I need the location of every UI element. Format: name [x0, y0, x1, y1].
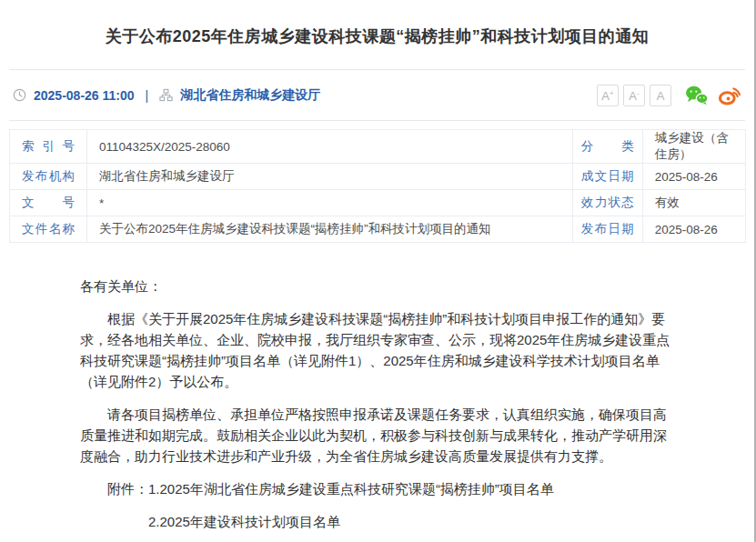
- publish-datetime: 2025-08-26 11:00: [34, 88, 135, 103]
- doc-title-label: 文件名称: [10, 216, 87, 243]
- font-reset-button[interactable]: A: [650, 85, 671, 106]
- page-title: 关于公布2025年住房城乡建设科技课题“揭榜挂帅”和科技计划项目的通知: [0, 0, 754, 49]
- doc-number-value: *: [86, 190, 572, 216]
- doc-number-label: 文号: [10, 190, 87, 216]
- category-value: 城乡建设（含住房）: [642, 130, 745, 164]
- table-row: 文件名称 关于公布2025年住房城乡建设科技课题“揭榜挂帅”和科技计划项目的通知…: [10, 216, 746, 243]
- issuing-agency-value: 湖北省住房和城乡建设厅: [86, 164, 572, 190]
- written-date-value: 2025-08-26: [642, 164, 745, 190]
- doc-title-value: 关于公布2025年住房城乡建设科技课题“揭榜挂帅”和科技计划项目的通知: [86, 216, 572, 243]
- font-decrease-button[interactable]: A-: [623, 85, 645, 106]
- attachment-line-1: 附件：1.2025年湖北省住房城乡建设重点科技研究课题“揭榜挂帅”项目名单: [80, 478, 676, 499]
- divider: [9, 120, 745, 121]
- attachment-item-2: 2.2025年建设科技计划项目名单: [80, 511, 676, 532]
- salutation: 各有关单位：: [80, 276, 676, 296]
- meta-tools: A+ A- A: [592, 85, 741, 106]
- index-number-value: 01104325X/2025-28060: [86, 130, 572, 164]
- publish-date-label: 发布日期: [572, 216, 642, 243]
- meta-info: 2025-08-26 11:00 | 湖北省住房和城乡建设厅: [13, 87, 320, 104]
- font-increase-button[interactable]: A+: [597, 85, 619, 106]
- clock-icon: [13, 88, 26, 102]
- table-row: 文号 * 效力状态 有效: [10, 190, 746, 216]
- table-row: 索引号 01104325X/2025-28060 分类 城乡建设（含住房）: [10, 130, 746, 164]
- document-info-table: 索引号 01104325X/2025-28060 分类 城乡建设（含住房） 发布…: [9, 129, 746, 243]
- index-number-label: 索引号: [10, 130, 87, 164]
- issuing-agency-label: 发布机构: [10, 164, 87, 190]
- meta-bar: 2025-08-26 11:00 | 湖北省住房和城乡建设厅 A+ A- A: [0, 70, 754, 120]
- validity-status-value: 有效: [642, 190, 745, 216]
- paragraph: 请各项目揭榜单位、承担单位严格按照申报承诺及课题任务要求，认真组织实施，确保项目…: [80, 404, 676, 467]
- organization-icon: [159, 88, 173, 102]
- attachments-label: 附件：: [107, 481, 148, 497]
- document-body: 各有关单位： 根据《关于开展2025年住房城乡建设科技课题“揭榜挂帅”和科技计划…: [0, 243, 754, 542]
- written-date-label: 成文日期: [572, 164, 642, 190]
- publisher-link[interactable]: 湖北省住房和城乡建设厅: [180, 87, 320, 104]
- category-label: 分类: [572, 130, 642, 164]
- meta-separator: |: [142, 88, 153, 103]
- weibo-share-icon[interactable]: [718, 85, 741, 105]
- validity-status-label: 效力状态: [572, 190, 642, 216]
- paragraph: 根据《关于开展2025年住房城乡建设科技课题“揭榜挂帅”和科技计划项目申报工作的…: [80, 308, 676, 392]
- attachment-item-1: 1.2025年湖北省住房城乡建设重点科技研究课题“揭榜挂帅”项目名单: [148, 481, 554, 497]
- notice-page: 关于公布2025年住房城乡建设科技课题“揭榜挂帅”和科技计划项目的通知 2025…: [0, 0, 756, 542]
- wechat-share-icon[interactable]: [684, 85, 709, 105]
- table-row: 发布机构 湖北省住房和城乡建设厅 成文日期 2025-08-26: [10, 164, 746, 190]
- publish-date-value: 2025-08-26: [642, 216, 745, 243]
